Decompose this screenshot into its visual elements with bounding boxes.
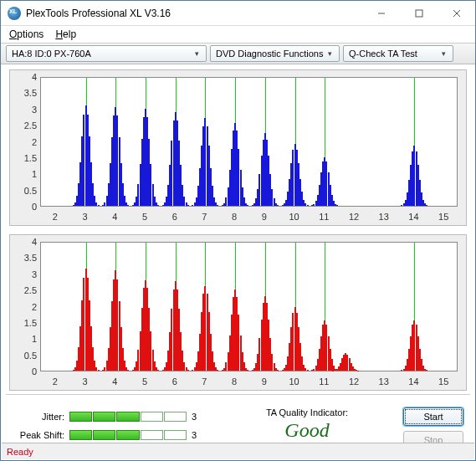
chevron-down-icon: ▾ <box>324 49 335 58</box>
x-tick: 14 <box>408 212 418 222</box>
x-tick: 13 <box>379 212 389 222</box>
bar <box>307 205 309 206</box>
plot-area <box>40 242 458 371</box>
bar <box>157 205 159 206</box>
titlebar: PlexTools Professional XL V3.16 <box>1 1 475 26</box>
jitter-meter <box>69 412 187 422</box>
x-tick: 4 <box>112 212 117 222</box>
bar <box>277 370 279 371</box>
bar <box>127 370 129 371</box>
svg-rect-1 <box>416 10 422 17</box>
x-tick: 6 <box>172 376 177 387</box>
meter-segment <box>69 430 92 440</box>
chevron-down-icon: ▾ <box>191 49 202 58</box>
category-select[interactable]: DVD Diagnostic Functions▾ <box>210 45 340 62</box>
quality-value: Good <box>226 419 388 442</box>
meter-segment <box>116 412 139 422</box>
x-tick: 11 <box>319 376 329 387</box>
y-tick: 3 <box>13 105 37 115</box>
meter-segment <box>164 412 187 422</box>
y-tick: 2 <box>13 302 37 312</box>
bar <box>127 205 129 206</box>
meter-segment <box>164 430 187 440</box>
x-tick: 7 <box>202 212 207 222</box>
menubar: Options Help <box>1 26 475 43</box>
drive-select[interactable]: HA:8 ID:0 PX-760A▾ <box>6 45 207 62</box>
bar <box>426 205 427 206</box>
x-tick: 5 <box>142 212 147 222</box>
y-tick: 0.5 <box>13 186 37 196</box>
bar <box>157 370 159 371</box>
x-tick: 9 <box>262 376 267 387</box>
x-tick: 8 <box>232 376 237 387</box>
statusbar: Ready <box>2 443 474 459</box>
plot-area <box>40 77 458 207</box>
chart-bottom: 00.511.522.533.5423456789101112131415 <box>9 234 467 391</box>
x-tick: 13 <box>379 376 389 387</box>
meter-segment <box>69 412 92 422</box>
y-tick: 4 <box>13 237 37 247</box>
y-tick: 1 <box>13 334 37 344</box>
x-tick: 2 <box>53 376 58 387</box>
x-tick: 10 <box>289 376 299 387</box>
x-tick: 15 <box>438 212 448 222</box>
x-tick: 4 <box>112 376 117 387</box>
x-tick: 12 <box>349 376 359 387</box>
minimize-button[interactable] <box>362 1 400 25</box>
x-tick: 7 <box>202 376 207 387</box>
bar <box>247 370 248 371</box>
x-tick: 10 <box>289 212 299 222</box>
x-tick: 14 <box>408 376 418 387</box>
y-tick: 0 <box>13 366 37 376</box>
meter-segment <box>141 412 163 422</box>
peakshift-row: Peak Shift: 3 <box>13 426 218 444</box>
bar <box>247 205 248 206</box>
x-tick: 6 <box>172 212 177 222</box>
menu-help[interactable]: Help <box>50 27 81 42</box>
bar <box>277 205 279 206</box>
peakshift-value: 3 <box>192 430 203 440</box>
y-tick: 4 <box>13 72 37 82</box>
peakshift-meter <box>69 430 187 440</box>
y-tick: 2.5 <box>13 285 37 295</box>
x-tick: 2 <box>53 212 58 222</box>
quality-indicator: TA Quality Indicator: Good <box>226 407 388 442</box>
x-tick: 12 <box>349 212 359 222</box>
bar <box>336 205 338 206</box>
app-icon <box>8 7 21 20</box>
y-tick: 1 <box>13 169 37 179</box>
y-tick: 2 <box>13 137 37 147</box>
status-text: Ready <box>7 447 33 457</box>
charts-area: 00.511.522.533.5423456789101112131415 00… <box>1 64 475 401</box>
meter-segment <box>93 412 115 422</box>
maximize-button[interactable] <box>400 1 438 25</box>
jitter-label: Jitter: <box>13 412 64 422</box>
x-tick: 8 <box>232 212 237 222</box>
y-tick: 1.5 <box>13 153 37 163</box>
bar <box>307 370 309 371</box>
y-tick: 3.5 <box>13 88 37 98</box>
bar <box>98 205 100 206</box>
bar <box>98 370 100 371</box>
x-tick: 3 <box>83 376 88 387</box>
x-tick: 11 <box>319 212 329 222</box>
test-select[interactable]: Q-Check TA Test▾ <box>343 45 453 62</box>
bar <box>187 205 189 206</box>
separator <box>6 394 470 395</box>
window-title: PlexTools Professional XL V3.16 <box>26 8 362 19</box>
chevron-down-icon: ▾ <box>438 49 449 58</box>
jitter-row: Jitter: 3 <box>13 407 218 426</box>
y-tick: 0.5 <box>13 351 37 361</box>
x-tick: 3 <box>83 212 88 222</box>
y-tick: 2.5 <box>13 120 37 131</box>
x-tick: 9 <box>262 212 267 222</box>
quality-label: TA Quality Indicator: <box>226 407 388 417</box>
bar <box>426 370 427 371</box>
peakshift-label: Peak Shift: <box>13 430 64 440</box>
close-button[interactable] <box>438 1 475 25</box>
start-button[interactable]: Start <box>403 407 463 426</box>
bar <box>187 370 189 371</box>
x-tick: 5 <box>142 376 147 387</box>
menu-options[interactable]: Options <box>4 27 49 42</box>
y-tick: 3.5 <box>13 253 37 263</box>
